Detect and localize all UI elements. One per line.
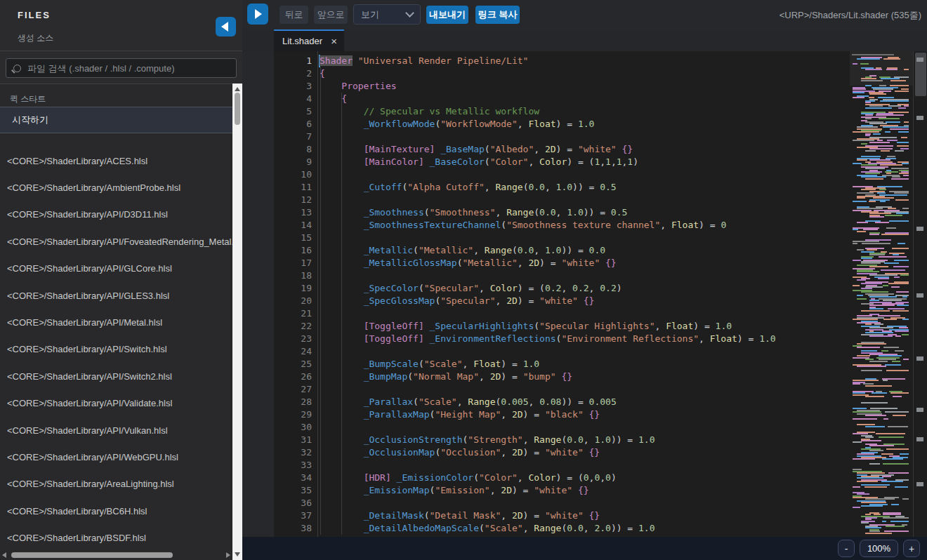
- back-button[interactable]: 뒤로: [280, 6, 308, 24]
- close-tab-icon[interactable]: ×: [331, 36, 337, 46]
- code-line[interactable]: [ToggleOff] _SpecularHighlights("Specula…: [320, 320, 776, 333]
- scroll-up-arrow-icon[interactable]: [235, 87, 240, 91]
- file-list-item[interactable]: <CORE>/ShaderLibrary/API/Switch.hlsl: [0, 336, 232, 363]
- collapse-sidebar-button[interactable]: [216, 17, 236, 36]
- code-line[interactable]: _ParallaxMap("Height Map", 2D) = "black"…: [320, 408, 776, 421]
- file-list-item[interactable]: <CORE>/ShaderLibrary/API/WebGPU.hlsl: [0, 444, 232, 470]
- code-line[interactable]: [320, 421, 776, 434]
- scroll-down-arrow-icon[interactable]: [235, 552, 240, 556]
- zoom-in-button[interactable]: +: [903, 540, 920, 557]
- code-line[interactable]: _SpecGlossMap("Specular", 2D) = "white" …: [320, 295, 776, 307]
- file-list-item[interactable]: <CORE>/ShaderLibrary/API/FoveatedRenderi…: [0, 228, 232, 255]
- quick-start-item[interactable]: 시작하기: [0, 107, 232, 133]
- code-line[interactable]: {: [320, 93, 776, 105]
- code-content[interactable]: Shader "Universal Render Pipeline/Lit"{ …: [320, 55, 776, 535]
- code-line[interactable]: [320, 194, 776, 206]
- code-line[interactable]: [ToggleOff] _EnvironmentReflections("Env…: [320, 333, 776, 345]
- sidebar-hscroll-thumb[interactable]: [11, 552, 173, 558]
- code-line[interactable]: _BumpScale("Scale", Float) = 1.0: [320, 358, 776, 371]
- code-line[interactable]: [320, 168, 776, 181]
- code-line[interactable]: _OcclusionMap("Occlusion", 2D) = "white"…: [320, 446, 776, 459]
- file-search-box[interactable]: [6, 58, 237, 78]
- code-line[interactable]: _Smoothness("Smoothness", Range(0.0, 1.0…: [320, 206, 776, 219]
- minimap-line: [888, 426, 908, 427]
- code-line[interactable]: _DetailMask("Detail Mask", 2D) = "white"…: [320, 509, 776, 522]
- zoom-out-button[interactable]: -: [838, 540, 855, 557]
- copy-link-button[interactable]: 링크 복사: [475, 6, 520, 24]
- ruler-marker: [916, 58, 923, 62]
- minimap-line: [861, 310, 890, 312]
- scroll-left-arrow-icon[interactable]: [2, 552, 6, 558]
- code-line[interactable]: [320, 131, 776, 143]
- forward-button[interactable]: 앞으로: [314, 6, 348, 24]
- view-dropdown[interactable]: 보기: [353, 4, 421, 25]
- code-editor[interactable]: 1234567891011121314151617181920212223242…: [274, 51, 927, 537]
- code-line[interactable]: _Cutoff("Alpha Cutoff", Range(0.0, 1.0))…: [320, 181, 776, 194]
- code-line[interactable]: _WorkflowMode("WorkflowMode", Float) = 1…: [320, 118, 776, 131]
- file-list-item[interactable]: <CORE>/ShaderLibrary/API/GLES3.hlsl: [0, 282, 232, 309]
- code-line[interactable]: [HDR] _EmissionColor("Color", Color) = (…: [320, 472, 776, 484]
- line-number: 25: [274, 358, 312, 371]
- code-line[interactable]: [320, 459, 776, 472]
- file-list-item[interactable]: <CORE>/ShaderLibrary/AreaLighting.hlsl: [0, 471, 232, 498]
- file-list-item[interactable]: <CORE>/ShaderLibrary/BC6H.hlsl: [0, 498, 232, 524]
- file-list-item[interactable]: <CORE>/ShaderLibrary/ACES.hlsl: [0, 147, 232, 174]
- run-button[interactable]: [247, 4, 268, 25]
- minimap-line: [902, 208, 909, 209]
- file-path-label: <URP>/Shaders/Lit.shader (535줄): [780, 9, 921, 22]
- code-line[interactable]: [320, 345, 776, 358]
- sidebar-subtitle: 생성 소스: [18, 32, 53, 44]
- code-line[interactable]: _OcclusionStrength("Strength", Range(0.0…: [320, 434, 776, 446]
- code-line[interactable]: Shader "Universal Render Pipeline/Lit": [320, 55, 776, 67]
- file-list-item[interactable]: <CORE>/ShaderLibrary/AmbientProbe.hlsl: [0, 174, 232, 201]
- tab-lit-shader[interactable]: Lit.shader ×: [274, 29, 344, 51]
- file-list-item[interactable]: <CORE>/ShaderLibrary/API/Metal.hlsl: [0, 309, 232, 335]
- code-line[interactable]: // Specular vs Metallic workflow: [320, 105, 776, 118]
- file-list-item[interactable]: <CORE>/ShaderLibrary/API/Validate.hlsl: [0, 390, 232, 417]
- file-list-item[interactable]: <CORE>/ShaderLibrary/API/Vulkan.hlsl: [0, 417, 232, 444]
- code-line[interactable]: Properties: [320, 80, 776, 93]
- line-number: 31: [274, 434, 312, 446]
- tab-label: Lit.shader: [282, 36, 331, 46]
- line-number: 30: [274, 421, 312, 434]
- minimap-line: [883, 347, 899, 348]
- code-line[interactable]: _MetallicGlossMap("Metallic", 2D) = "whi…: [320, 257, 776, 269]
- code-line[interactable]: [320, 232, 776, 244]
- sidebar-horizontal-scrollbar[interactable]: [0, 550, 232, 560]
- sidebar-title: FILES: [18, 10, 51, 20]
- file-list-item[interactable]: <CORE>/ShaderLibrary/BSDF.hlsl: [0, 524, 232, 550]
- code-line[interactable]: [320, 307, 776, 320]
- code-line[interactable]: [320, 497, 776, 509]
- code-line[interactable]: [320, 269, 776, 282]
- scroll-right-arrow-icon[interactable]: [226, 552, 230, 558]
- code-line[interactable]: [MainTexture] _BaseMap("Albedo", 2D) = "…: [320, 143, 776, 156]
- file-list-item[interactable]: <CORE>/ShaderLibrary/API/GLCore.hlsl: [0, 255, 232, 282]
- code-line[interactable]: [MainColor] _BaseColor("Color", Color) =…: [320, 156, 776, 168]
- code-line[interactable]: _BumpMap("Normal Map", 2D) = "bump" {}: [320, 371, 776, 383]
- overview-ruler[interactable]: [913, 51, 927, 537]
- minimap[interactable]: [850, 51, 913, 537]
- minimap-line: [865, 150, 876, 152]
- code-line[interactable]: _SpecColor("Specular", Color) = (0.2, 0.…: [320, 282, 776, 295]
- code-line[interactable]: _SmoothnessTextureChannel("Smoothness te…: [320, 219, 776, 232]
- minimap-line: [853, 383, 860, 385]
- minimap-line: [895, 331, 909, 332]
- export-button[interactable]: 내보내기: [426, 6, 468, 24]
- left-rail: [242, 51, 274, 537]
- ruler-marker: [916, 116, 923, 120]
- file-search-input[interactable]: [27, 63, 229, 74]
- sidebar-vertical-scrollbar[interactable]: [232, 84, 242, 560]
- minimap-line: [891, 178, 909, 180]
- code-line[interactable]: [320, 383, 776, 396]
- file-list-item[interactable]: <CORE>/ShaderLibrary/API/Switch2.hlsl: [0, 363, 232, 389]
- code-line[interactable]: _Metallic("Metallic", Range(0.0, 1.0)) =…: [320, 244, 776, 257]
- code-line[interactable]: _EmissionMap("Emission", 2D) = "white" {…: [320, 484, 776, 497]
- line-number: 21: [274, 307, 312, 320]
- file-list-item[interactable]: <CORE>/ShaderLibrary/API/D3D11.hlsl: [0, 201, 232, 228]
- code-line[interactable]: {: [320, 67, 776, 80]
- minimap-line: [853, 458, 875, 460]
- code-line[interactable]: _DetailAlbedoMapScale("Scale", Range(0.0…: [320, 522, 776, 535]
- sidebar-vscroll-thumb[interactable]: [235, 93, 240, 125]
- code-line[interactable]: _Parallax("Scale", Range(0.005, 0.08)) =…: [320, 396, 776, 408]
- line-number: 13: [274, 206, 312, 219]
